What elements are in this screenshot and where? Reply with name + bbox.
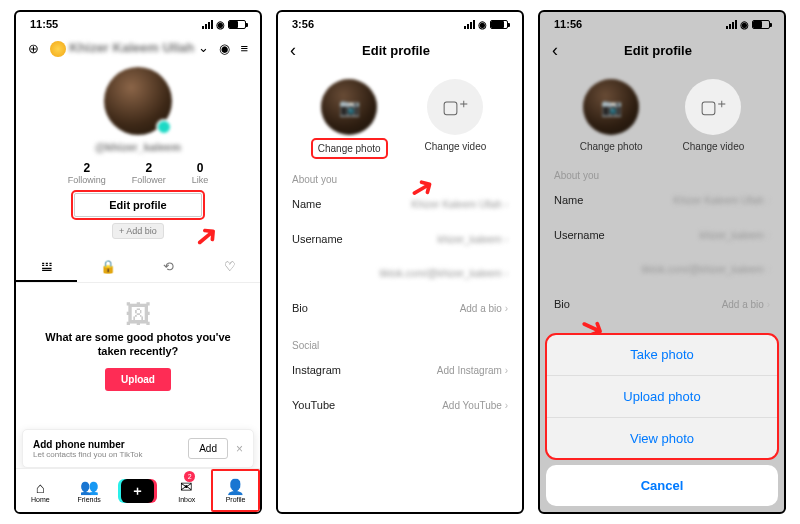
tab-grid[interactable]: 𝍎 [16, 253, 77, 282]
nav-home[interactable]: ⌂Home [16, 469, 65, 512]
change-video[interactable]: ▢⁺ Change video [683, 79, 745, 152]
sheet-take-photo[interactable]: Take photo [546, 334, 778, 375]
change-photo[interactable]: 📷 Change photo [580, 79, 643, 152]
nav-inbox[interactable]: ✉2Inbox [162, 469, 211, 512]
time: 11:56 [554, 18, 582, 30]
wifi-icon: ◉ [216, 19, 225, 30]
eye-icon[interactable]: ◉ [219, 41, 230, 56]
tab-likes[interactable]: ♡ [199, 253, 260, 282]
empty-state: 🖼 What are some good photos you've taken… [16, 283, 260, 408]
bottom-nav: ⌂Home 👥Friends ＋ ✉2Inbox 👤Profile [16, 468, 260, 512]
chevron-down-icon: ⌄ [198, 40, 209, 55]
row-name[interactable]: NameKhizer Kaleem Ullah [292, 187, 508, 222]
nav-create[interactable]: ＋ [114, 469, 163, 512]
header: ‹ Edit profile [278, 36, 522, 65]
wifi-icon: ◉ [740, 19, 749, 30]
sheet-view-photo[interactable]: View photo [546, 417, 778, 459]
change-photo[interactable]: 📷 Change photo ➜ [314, 79, 385, 156]
arrow-icon: ➜ [185, 214, 227, 257]
camera-icon: 📷 [321, 79, 377, 135]
media-row: 📷 Change photo ➜ ▢⁺ Change video [278, 79, 522, 156]
close-icon[interactable]: × [236, 442, 243, 456]
row-bio[interactable]: BioAdd a bio [292, 291, 508, 326]
section-social: Social [292, 340, 508, 351]
header: ‹ Edit profile [540, 36, 784, 65]
battery-icon [490, 20, 508, 29]
row-name[interactable]: NameKhizer Kaleem Ullah [554, 183, 770, 218]
signal-icon [726, 20, 737, 29]
stat-likes[interactable]: 0Like [192, 161, 209, 185]
change-video[interactable]: ▢⁺ Change video [425, 79, 487, 156]
stat-following[interactable]: 2Following [68, 161, 106, 185]
video-icon: ▢⁺ [442, 96, 469, 118]
status-bar: 3:56 ◉ [278, 12, 522, 36]
row-instagram[interactable]: InstagramAdd Instagram [292, 353, 508, 388]
sheet-upload-photo[interactable]: Upload photo [546, 375, 778, 417]
avatar[interactable] [104, 67, 172, 135]
edit-profile-screen: 3:56 ◉ ‹ Edit profile 📷 Change photo ➜ ▢… [276, 10, 524, 514]
verified-badge [156, 119, 172, 135]
profile-screen: 11:55 ◉ ⊕ Khizer Kaleem Ullah ⌄ ◉≡ @khiz… [14, 10, 262, 514]
photo-icon: 🖼 [36, 299, 240, 330]
add-bio-button[interactable]: + Add bio [112, 223, 164, 239]
row-link[interactable]: tiktok.com/@khizer_kaleem [292, 257, 508, 291]
row-youtube[interactable]: YouTubeAdd YouTube [292, 388, 508, 423]
stat-followers[interactable]: 2Follower [132, 161, 166, 185]
nav-friends[interactable]: 👥Friends [65, 469, 114, 512]
phone-banner: Add phone numberLet contacts find you on… [22, 429, 254, 468]
menu-icon[interactable]: ≡ [240, 41, 248, 56]
row-link[interactable]: tiktok.com/@khizer_kaleem [554, 253, 770, 287]
edit-profile-sheet-screen: 11:56 ◉ ‹ Edit profile 📷 Change photo ▢⁺… [538, 10, 786, 514]
row-username[interactable]: Usernamekhizer_kaleem [292, 222, 508, 257]
page-title: Edit profile [558, 43, 758, 58]
status-bar: 11:56 ◉ [540, 12, 784, 36]
edit-profile-button[interactable]: Edit profile [74, 193, 201, 217]
stats: 2Following 2Follower 0Like [16, 161, 260, 185]
handle: @khizer_kaleem [16, 141, 260, 153]
profile-header: ⊕ Khizer Kaleem Ullah ⌄ ◉≡ [16, 36, 260, 61]
camera-icon: 📷 [583, 79, 639, 135]
nav-profile[interactable]: 👤Profile [211, 469, 260, 512]
section-about: About you [292, 174, 508, 185]
wifi-icon: ◉ [478, 19, 487, 30]
time: 3:56 [292, 18, 314, 30]
sheet-cancel[interactable]: Cancel [546, 465, 778, 506]
page-title: Edit profile [296, 43, 496, 58]
username-dropdown[interactable]: Khizer Kaleem Ullah [69, 40, 194, 55]
tab-reposts[interactable]: ⟲ [138, 253, 199, 282]
signal-icon [202, 20, 213, 29]
section-about: About you [554, 170, 770, 181]
media-row: 📷 Change photo ▢⁺ Change video [540, 79, 784, 152]
add-phone-button[interactable]: Add [188, 438, 228, 459]
tab-locked[interactable]: 🔒 [77, 253, 138, 282]
add-user-icon[interactable]: ⊕ [28, 41, 39, 56]
coin-icon[interactable] [50, 41, 66, 57]
row-username[interactable]: Usernamekhizer_kaleem [554, 218, 770, 253]
upload-button[interactable]: Upload [105, 368, 171, 391]
action-sheet: Take photo Upload photo View photo Cance… [540, 328, 784, 512]
video-icon: ▢⁺ [700, 96, 727, 118]
signal-icon [464, 20, 475, 29]
battery-icon [228, 20, 246, 29]
time: 11:55 [30, 18, 58, 30]
battery-icon [752, 20, 770, 29]
status-bar: 11:55 ◉ [16, 12, 260, 36]
content-tabs: 𝍎 🔒 ⟲ ♡ [16, 253, 260, 283]
empty-text: What are some good photos you've taken r… [36, 330, 240, 359]
